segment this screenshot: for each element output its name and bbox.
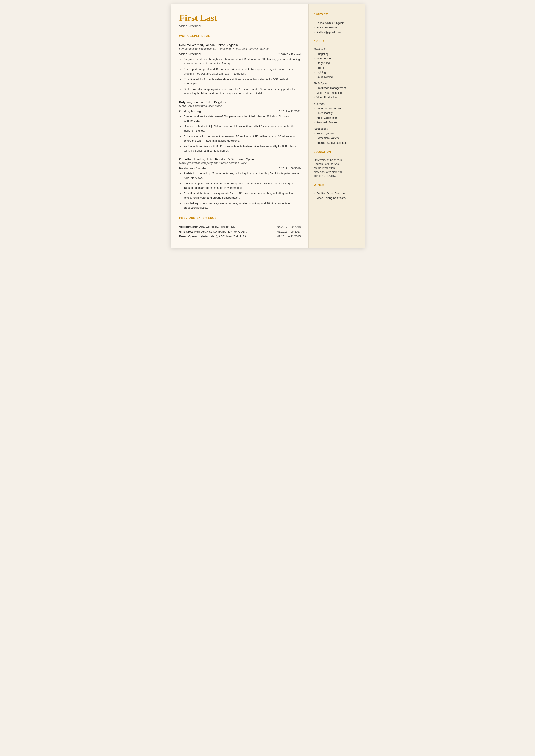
bullet-2-1: Created and kept a database of 50K perfo… bbox=[183, 114, 301, 123]
other-divider bbox=[314, 188, 359, 188]
role-title-3: Production Assistant bbox=[179, 166, 209, 170]
role-title-1: Video Producer bbox=[179, 52, 202, 56]
techniques-list: Production Management Video Post-Product… bbox=[314, 86, 359, 100]
prev-exp-row-2: Grip Crew Member, XYZ Company, New York,… bbox=[179, 230, 301, 233]
employer-rest-2: London, United Kingdom bbox=[192, 100, 226, 104]
contact-item-email: first.last@gmail.com bbox=[314, 30, 359, 35]
resume-container: First Last Video Producer WORK EXPERIENC… bbox=[171, 4, 365, 248]
role-row-1: Video Producer 01/2022 – Present bbox=[179, 52, 301, 56]
contact-list: Leeds, United Kingdom +44 1234567890 fir… bbox=[314, 21, 359, 35]
contact-item-phone: +44 1234567890 bbox=[314, 25, 359, 30]
edu-degree-name: Bachelor of Fine Arts bbox=[314, 162, 339, 165]
education-section: EDUCATION University of New York Bachelo… bbox=[314, 151, 359, 178]
employer-name-1: Resume Worded, bbox=[179, 43, 204, 47]
software-3: Apple QuickTime bbox=[314, 116, 359, 120]
job-entry-1: Resume Worded, London, United Kingdom Fi… bbox=[179, 43, 301, 96]
prev-exp-left-1: Videographer, ABC Company, London, UK bbox=[179, 225, 235, 228]
skills-heading: SKILLS bbox=[314, 40, 359, 43]
hard-skill-1: Budgeting bbox=[314, 52, 359, 56]
software-2: Screencastify bbox=[314, 111, 359, 116]
skills-section: SKILLS Hard Skills: Budgeting Video Edit… bbox=[314, 40, 359, 145]
hard-skills-list: Budgeting Video Editing Storytelling Edi… bbox=[314, 52, 359, 79]
hard-skill-3: Storytelling bbox=[314, 61, 359, 66]
technique-3: Video Production bbox=[314, 95, 359, 100]
software-4: Autodesk Smoke bbox=[314, 120, 359, 125]
bullet-2-4: Performed interviews with 8.5K potential… bbox=[183, 144, 301, 153]
software-list: Adobe Premiere Pro Screencastify Apple Q… bbox=[314, 106, 359, 125]
role-title-2: Casting Manager bbox=[179, 109, 204, 113]
employer-name-2: Polyhire, bbox=[179, 100, 192, 104]
employer-tagline-1: Film production studio with 50+ employee… bbox=[179, 47, 301, 50]
employer-tagline-3: Movie production company with studios ac… bbox=[179, 161, 301, 165]
languages-list: English (Native) Romanian (Native) Spani… bbox=[314, 131, 359, 145]
education-heading: EDUCATION bbox=[314, 151, 359, 154]
left-column: First Last Video Producer WORK EXPERIENC… bbox=[171, 4, 309, 248]
prev-exp-dates-2: 01/2016 – 05/2017 bbox=[277, 230, 300, 233]
contact-item-address: Leeds, United Kingdom bbox=[314, 21, 359, 25]
work-experience-divider bbox=[179, 39, 301, 40]
employer-name-3: Growthsi, bbox=[179, 157, 193, 161]
bullet-1-2: Developed and produced 10K ads for prime… bbox=[183, 67, 301, 76]
job-entry-3: Growthsi, London, United Kingdom & Barce… bbox=[179, 157, 301, 210]
bullet-2-3: Collaborated with the production team on… bbox=[183, 134, 301, 143]
language-2: Romanian (Native) bbox=[314, 136, 359, 141]
bullet-3-2: Provided support with setting up and tak… bbox=[183, 182, 301, 190]
hard-skill-5: Lighting bbox=[314, 70, 359, 75]
edu-field: Media Production bbox=[314, 167, 335, 170]
employer-line-1: Resume Worded, London, United Kingdom bbox=[179, 43, 301, 47]
edu-degree-1: Bachelor of Fine Arts Media Production N… bbox=[314, 162, 359, 178]
bullet-3-3: Coordinated the travel arrangements for … bbox=[183, 191, 301, 200]
language-3: Spanish (Conversational) bbox=[314, 141, 359, 145]
edu-location: New York City, New York bbox=[314, 170, 344, 174]
role-dates-2: 10/2019 – 12/2021 bbox=[277, 110, 300, 113]
bullet-1-4: Orchestrated a company-wide schedule of … bbox=[183, 87, 301, 96]
employer-rest-1: London, United Kingdom bbox=[204, 43, 238, 47]
previous-experience-divider bbox=[179, 221, 301, 221]
education-divider bbox=[314, 155, 359, 155]
bullet-3-4: Handled equipment rentals, catering orde… bbox=[183, 201, 301, 210]
other-list: Certified Video Producer. Video Editing … bbox=[314, 191, 359, 201]
prev-exp-row-1: Videographer, ABC Company, London, UK 06… bbox=[179, 225, 301, 228]
software-1: Adobe Premiere Pro bbox=[314, 106, 359, 111]
techniques-label: Techniques: bbox=[314, 82, 359, 85]
bullet-list-2: Created and kept a database of 50K perfo… bbox=[179, 114, 301, 153]
job-entry-2: Polyhire, London, United Kingdom NYSE-li… bbox=[179, 100, 301, 153]
software-label: Software: bbox=[314, 102, 359, 105]
previous-experience-heading: PREVIOUS EXPERIENCE bbox=[179, 216, 301, 219]
name-section: First Last Video Producer bbox=[179, 13, 301, 28]
prev-exp-rest-2: XYZ Company, New York, USA bbox=[206, 230, 247, 233]
prev-exp-left-2: Grip Crew Member, XYZ Company, New York,… bbox=[179, 230, 247, 233]
employer-line-3: Growthsi, London, United Kingdom & Barce… bbox=[179, 157, 301, 161]
bullet-1-1: Bargained and won the rights to shoot on… bbox=[183, 57, 301, 66]
bullet-2-2: Managed a budget of $10M for commercial … bbox=[183, 124, 301, 133]
bullet-3-1: Assisted in producing 47 documentaries, … bbox=[183, 171, 301, 180]
other-item-1: Certified Video Producer. bbox=[314, 191, 359, 196]
hard-skill-2: Video Editing bbox=[314, 56, 359, 61]
role-row-2: Casting Manager 10/2019 – 12/2021 bbox=[179, 109, 301, 113]
bullet-list-3: Assisted in producing 47 documentaries, … bbox=[179, 171, 301, 210]
bullet-1-3: Coordinated 1.7K on-site video shoots at… bbox=[183, 77, 301, 86]
prev-exp-dates-3: 07/2014 – 12/2015 bbox=[277, 235, 300, 238]
bullet-list-1: Bargained and won the rights to shoot on… bbox=[179, 57, 301, 96]
hard-skill-4: Editing bbox=[314, 66, 359, 70]
prev-exp-dates-1: 06/2017 – 09/2018 bbox=[277, 225, 300, 228]
hard-skills-label: Hard Skills: bbox=[314, 48, 359, 51]
prev-exp-row-3: Boom Operator (Internship), ABC, New Yor… bbox=[179, 235, 301, 238]
edu-dates: 10/2011 - 06/2014 bbox=[314, 175, 336, 178]
edu-school-1: University of New York bbox=[314, 158, 359, 162]
role-dates-3: 10/2018 – 09/2019 bbox=[277, 167, 300, 170]
role-dates-1: 01/2022 – Present bbox=[278, 53, 300, 56]
skills-divider bbox=[314, 44, 359, 45]
other-section: OTHER Certified Video Producer. Video Ed… bbox=[314, 183, 359, 201]
right-column: CONTACT Leeds, United Kingdom +44 123456… bbox=[309, 4, 365, 248]
prev-exp-bold-1: Videographer, bbox=[179, 225, 199, 228]
prev-exp-left-3: Boom Operator (Internship), ABC, New Yor… bbox=[179, 235, 246, 238]
work-experience-heading: WORK EXPERIENCE bbox=[179, 34, 301, 38]
other-heading: OTHER bbox=[314, 183, 359, 186]
prev-exp-bold-2: Grip Crew Member, bbox=[179, 230, 206, 233]
languages-label: Languages: bbox=[314, 127, 359, 130]
edu-entry-1: University of New York Bachelor of Fine … bbox=[314, 158, 359, 178]
prev-exp-bold-3: Boom Operator (Internship), bbox=[179, 235, 218, 238]
hard-skill-6: Screenwriting bbox=[314, 75, 359, 79]
role-row-3: Production Assistant 10/2018 – 09/2019 bbox=[179, 166, 301, 170]
